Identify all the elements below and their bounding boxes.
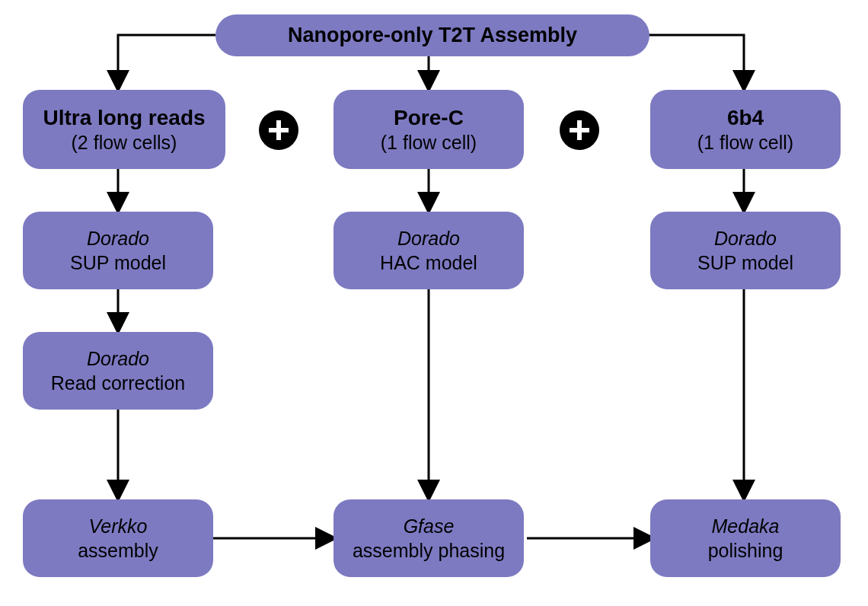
step-tool: Dorado bbox=[87, 346, 149, 372]
step-tool: Medaka bbox=[712, 514, 780, 539]
input-pore-c: Pore-C (1 flow cell) bbox=[333, 90, 524, 169]
title-text: Nanopore-only T2T Assembly bbox=[288, 24, 577, 47]
title-node: Nanopore-only T2T Assembly bbox=[215, 14, 649, 56]
step-desc: SUP model bbox=[697, 250, 793, 276]
input-ultra-long-reads: Ultra long reads (2 flow cells) bbox=[23, 90, 225, 169]
step-dorado-hac: Dorado HAC model bbox=[333, 212, 524, 289]
input-cells: (2 flow cells) bbox=[72, 131, 177, 155]
step-tool: Verkko bbox=[89, 514, 148, 539]
step-desc: SUP model bbox=[70, 250, 166, 276]
step-dorado-sup-right: Dorado SUP model bbox=[650, 212, 841, 289]
step-verkko-assembly: Verkko assembly bbox=[23, 499, 213, 577]
plus-icon bbox=[560, 110, 599, 150]
step-desc: assembly phasing bbox=[353, 538, 505, 563]
step-tool: Dorado bbox=[397, 226, 460, 251]
input-name: 6b4 bbox=[727, 104, 764, 131]
step-desc: polishing bbox=[708, 538, 783, 563]
step-gfase-phasing: Gfase assembly phasing bbox=[333, 499, 524, 577]
step-desc: Read correction bbox=[51, 371, 185, 396]
step-desc: HAC model bbox=[380, 250, 477, 276]
input-6b4: 6b4 (1 flow cell) bbox=[650, 90, 841, 169]
input-name: Pore-C bbox=[394, 104, 464, 131]
input-cells: (1 flow cell) bbox=[697, 131, 793, 155]
input-name: Ultra long reads bbox=[43, 104, 205, 131]
step-dorado-sup-left: Dorado SUP model bbox=[23, 212, 213, 289]
step-tool: Dorado bbox=[87, 226, 149, 251]
step-tool: Gfase bbox=[404, 514, 455, 539]
input-cells: (1 flow cell) bbox=[381, 131, 477, 155]
step-desc: assembly bbox=[78, 538, 158, 563]
plus-icon bbox=[259, 110, 298, 150]
step-dorado-read-correction: Dorado Read correction bbox=[23, 332, 213, 410]
step-medaka-polishing: Medaka polishing bbox=[650, 499, 841, 577]
step-tool: Dorado bbox=[714, 226, 777, 251]
